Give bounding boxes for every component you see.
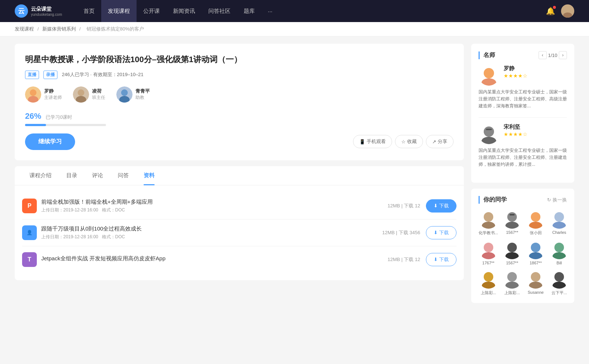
classmate-4-avatar[interactable] [550,210,569,229]
tab-catalog[interactable]: 目录 [59,166,85,185]
tab-resource[interactable]: 资料 [136,166,162,185]
tab-intro[interactable]: 课程介绍 [22,166,59,185]
teacher-3: 青青平 助教 [116,86,150,103]
notification-bell[interactable]: 🔔 [546,7,555,15]
classmates-refresh-button[interactable]: ↻ 换一换 [547,197,567,203]
file-icon-1: P [22,199,37,213]
teachers-card: 名师 ‹ 1/10 › 罗静 ★★★★☆ 国内某 [471,44,574,183]
svg-point-18 [531,212,540,222]
nav-item-qa[interactable]: 问答社区 [202,0,237,22]
download-button-3[interactable]: ⬇ 下载 [426,253,456,266]
classmate-4: Charles [550,210,569,236]
teacher-3-name: 青青平 [135,88,150,94]
classmate-7-avatar[interactable] [526,240,545,259]
classmate-10-avatar[interactable] [502,270,522,289]
download-button-1[interactable]: ⬇ 下载 [426,199,456,213]
classmate-7: 1867** [526,240,545,265]
pagination-next[interactable]: › [559,51,567,59]
nav-item-news[interactable]: 新闻资讯 [166,0,202,22]
svg-rect-12 [486,129,492,130]
breadcrumb-link-series[interactable]: 新媒体营销系列 [42,26,76,32]
svg-point-5 [76,96,86,103]
teachers-pagination: ‹ 1/10 › [539,51,567,59]
teacher-2: 凌荷 班主任 [73,86,105,103]
continue-learning-button[interactable]: 继续学习 [25,133,75,150]
teachers-list: 罗静 主讲老师 凌荷 班主任 [25,86,454,103]
svg-point-30 [484,272,493,282]
svg-point-2 [30,89,36,96]
tabs-nav: 课程介绍 目录 评论 问答 资料 [15,166,464,185]
classmate-12-avatar[interactable] [550,270,569,289]
badge-live: 直播 [25,71,39,79]
logo-text: 云朵课堂 yunduoketang.com [31,6,62,17]
classmate-11-name: Susanne [528,290,543,295]
svg-point-6 [121,89,128,96]
classmate-5-avatar[interactable] [479,240,498,259]
nav-item-open[interactable]: 公开课 [137,0,166,22]
sidebar-teacher-1-desc: 国内某重点大学安全工程专业硕士，国家一级注册消防工程师、注册安全工程师、高级注册… [479,89,567,110]
nav-right: 🔔 [546,4,574,18]
tab-review[interactable]: 评论 [85,166,110,185]
sidebar-teacher-2-desc: 国内某重点大学安全工程专业硕士，国家一级注册消防工程师、注册安全工程师、注册建造… [479,147,567,168]
progress-bar-fill [25,124,46,126]
teacher-1-role: 主讲老师 [44,94,62,101]
nav-item-more[interactable]: ··· [261,0,279,22]
course-meta: 直播 录播 246人已学习 · 有效期至：2019–10–21 [25,71,454,79]
course-card: 明星中教授课，小学阶段语法100分–强化级第1讲动词（一） 直播 录播 246人… [15,44,464,160]
classmate-12-name: 云下平... [551,290,567,296]
classmate-8-avatar[interactable] [550,240,569,259]
svg-point-14 [482,222,495,229]
classmate-1-avatar[interactable] [479,210,498,229]
share-icon: ↗ [432,139,436,144]
file-meta-1: 上传日期：2019-12-28 16:00 格式：DOC [41,207,388,213]
sidebar-teacher-2-stars: ★★★★☆ [504,131,567,137]
file-stats-1: 12MB | 下载 12 [388,203,420,209]
nav-items: 首页 发现课程 公开课 新闻资讯 问答社区 题库 ··· [77,0,546,22]
classmate-1: 化学教书... [479,210,498,236]
tabs-content: P 前端全栈加强版！前端全栈+全周期+多端应用 上传日期：2019-12-28 … [15,185,464,280]
teachers-card-header: 名师 ‹ 1/10 › [479,51,567,59]
nav-item-home[interactable]: 首页 [77,0,101,22]
classmate-3-name: 张小田 [530,230,542,236]
sidebar-teacher-1-avatar [479,65,499,86]
share-button[interactable]: ↗ 分享 [426,135,454,148]
course-title: 明星中教授课，小学阶段语法100分–强化级第1讲动词（一） [25,54,454,65]
tab-qa[interactable]: 问答 [110,166,136,185]
nav-item-discover[interactable]: 发现课程 [101,0,137,22]
teacher-1-avatar [25,86,41,103]
mobile-icon: 📱 [359,139,365,144]
classmate-11-avatar[interactable] [526,270,545,289]
classmate-5-name: 1767** [482,261,494,265]
classmate-3-avatar[interactable] [526,210,545,229]
svg-point-4 [78,89,84,96]
file-item-3: T Jetpack全组件实战 开发短视频应用高仿皮皮虾App 12MB | 下载… [22,246,456,273]
collect-button[interactable]: ☆ 收藏 [395,135,423,148]
svg-point-11 [482,137,496,144]
classmate-2-avatar[interactable] [502,210,522,229]
pagination-prev[interactable]: ‹ [539,51,547,59]
svg-point-27 [529,252,542,259]
download-button-2[interactable]: ⬇ 下载 [426,226,456,239]
classmate-9-avatar[interactable] [479,270,498,289]
svg-point-37 [553,282,566,289]
user-avatar[interactable] [561,4,574,18]
refresh-icon: ↻ [547,197,551,203]
svg-point-36 [554,272,564,282]
mobile-view-button[interactable]: 📱 手机观看 [353,135,392,148]
logo[interactable]: 云 云朵课堂 yunduoketang.com [15,4,62,18]
progress-section: 26% 已学习0课时 [25,111,454,126]
breadcrumb-link-discover[interactable]: 发现课程 [15,26,34,32]
sidebar-teacher-1-name: 罗静 [504,65,567,72]
sidebar-teacher-2-name: 宋利坚 [504,124,567,131]
classmate-5: 1767** [479,240,498,265]
classmate-10: 上陈彩... [502,270,522,296]
nav-item-exam[interactable]: 题库 [237,0,261,22]
action-buttons-right: 📱 手机观看 ☆ 收藏 ↗ 分享 [353,135,454,148]
classmate-2-name: 1567** [506,230,518,235]
main-layout: 明星中教授课，小学阶段语法100分–强化级第1讲动词（一） 直播 录播 246人… [0,36,589,316]
breadcrumb-current: 销冠修炼术搞定80%的客户 [87,26,144,32]
svg-point-33 [505,282,519,289]
classmate-9-name: 上陈彩... [481,290,496,296]
classmate-6-avatar[interactable] [502,240,522,259]
classmate-9: 上陈彩... [479,270,498,296]
